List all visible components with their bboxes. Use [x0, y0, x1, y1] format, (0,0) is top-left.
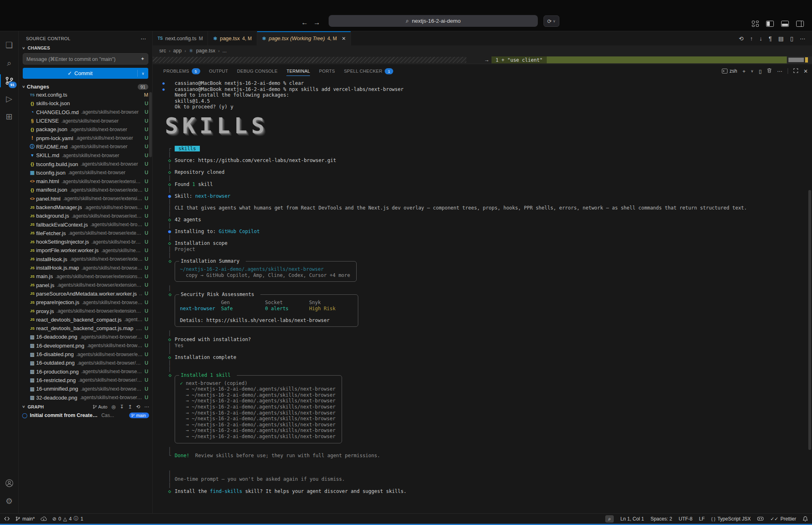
close-panel-icon[interactable]: ✕ — [803, 68, 808, 74]
tab-output[interactable]: OUTPUT — [209, 64, 228, 78]
terminal-link[interactable]: next-browser — [195, 193, 231, 199]
branch-badge[interactable]: main — [129, 413, 149, 418]
tab-page-tsx[interactable]: ⚛ page.tsx 4, M — [208, 31, 257, 45]
source-control-icon[interactable]: 91 — [0, 72, 19, 90]
split-editor-icon[interactable]: ▯ — [790, 35, 793, 42]
file-row[interactable]: ▨16-restricted.png.agents/skills/next-br… — [19, 376, 152, 385]
split-terminal-icon[interactable]: ▯ — [759, 68, 762, 74]
explorer-icon[interactable]: ❏ — [0, 36, 19, 54]
tab-ports[interactable]: PORTS — [319, 64, 335, 78]
file-row[interactable]: ▨32-deadcode.png.agents/skills/next-brow… — [19, 393, 152, 402]
tab-spell-checker[interactable]: SPELL CHECKER 1 — [344, 64, 394, 78]
file-row[interactable]: <>main.html.agents/skills/next-browser/e… — [19, 177, 152, 186]
file-row[interactable]: JSbackendManager.js.agents/skills/next-b… — [19, 203, 152, 212]
file-row[interactable]: ▨16-disabled.png.agents/skills/next-brow… — [19, 350, 152, 359]
toggle-secondary-sidebar-icon[interactable] — [796, 21, 804, 27]
terminal-scrollbar[interactable] — [808, 190, 811, 450]
tab-page-tsx-working-tree[interactable]: ⚛ page.tsx (Working Tree) 4, M ✕ — [257, 31, 351, 45]
panel-more-icon[interactable]: ⋯ — [777, 68, 782, 74]
search-view-icon[interactable]: ⌕ — [0, 54, 19, 72]
file-row[interactable]: JSinstallHook.js.agents/skills/next-brow… — [19, 255, 152, 264]
breadcrumb-src[interactable]: src — [159, 48, 166, 54]
kill-terminal-icon[interactable] — [767, 68, 772, 74]
graph-commit-row[interactable]: ◯ Initial commit from Create Next App Ca… — [19, 411, 152, 419]
commit-button[interactable]: ✓ Commit ∨ — [23, 68, 148, 79]
file-row[interactable]: !pnpm-lock.yaml.agents/skills/next-brows… — [19, 134, 152, 142]
remote-indicator[interactable] — [4, 516, 10, 521]
customize-layout-icon[interactable] — [752, 21, 759, 27]
sparkle-icon[interactable]: ✦ — [141, 56, 145, 62]
terminal-output[interactable]: ● cassiano@MacBook nextjs-16-2-ai-demo %… — [153, 78, 812, 513]
editor-more-icon[interactable]: ⋯ — [800, 35, 806, 42]
cursor-position[interactable]: Ln 1, Col 1 — [620, 516, 644, 522]
file-row[interactable]: JSimportFile.worker.worker.js.agents/ski… — [19, 246, 152, 255]
graph-refresh-icon[interactable]: ⟲ — [136, 404, 140, 410]
toggle-primary-sidebar-icon[interactable] — [766, 21, 774, 27]
formatter-status[interactable]: ✓✓ Prettier — [770, 516, 796, 522]
graph-fetch-icon[interactable]: ↧ — [120, 404, 124, 410]
file-row[interactable]: JSfallbackEvalContext.js.agents/skills/n… — [19, 220, 152, 229]
terminal-link[interactable]: next-browser — [180, 306, 215, 311]
problems-status[interactable]: ⊘ 0 △ 4 ⓘ 1 — [52, 515, 83, 522]
language-mode[interactable]: { } TypeScript JSX — [711, 516, 751, 522]
file-row[interactable]: {}skills-lock.jsonU — [19, 99, 152, 108]
changes-group-header[interactable]: ∨ Changes 91 — [19, 83, 152, 91]
file-row[interactable]: TSnext.config.tsM — [19, 91, 152, 99]
diff-added-line[interactable]: 1 + "use client" — [492, 56, 547, 63]
file-row[interactable]: JShookSettingsInjector.js.agents/skills/… — [19, 238, 152, 246]
close-icon[interactable]: ✕ — [342, 36, 346, 41]
file-row[interactable]: JSmain.js.agents/skills/next-browser/ext… — [19, 272, 152, 281]
extensions-icon[interactable]: ⊞ — [0, 108, 19, 125]
command-center-search[interactable]: ⌕ nextjs-16-2-ai-demo — [329, 15, 538, 27]
graph-target-icon[interactable]: ◎ — [111, 404, 115, 410]
notifications-bell-icon[interactable] — [803, 516, 808, 522]
terminal-link[interactable]: GitHub Copilot — [219, 229, 260, 234]
file-row[interactable]: ▨16-deadcode.png.agents/skills/next-brow… — [19, 333, 152, 341]
file-row[interactable]: JSfileFetcher.js.agents/skills/next-brow… — [19, 229, 152, 238]
file-row[interactable]: JSinstallHook.js.map.agents/skills/next-… — [19, 264, 152, 272]
file-row[interactable]: JSreact_devtools_backend_compact.js.agen… — [19, 315, 152, 324]
nav-forward-icon[interactable]: → — [311, 19, 323, 27]
file-row[interactable]: ▨16-unminified.png.agents/skills/next-br… — [19, 385, 152, 393]
eol-status[interactable]: LF — [699, 516, 705, 522]
graph-more-icon[interactable]: ⋯ — [144, 404, 149, 410]
file-row[interactable]: §LICENSE.agents/skills/next-browserU — [19, 117, 152, 125]
tab-terminal[interactable]: TERMINAL — [286, 64, 310, 78]
toggle-panel-icon[interactable] — [781, 21, 789, 27]
layout-switcher-button[interactable]: ⟳ ∨ — [543, 15, 559, 27]
file-row[interactable]: {}package.json.agents/skills/next-browse… — [19, 125, 152, 134]
sidebar-scrollbar[interactable] — [149, 92, 152, 157]
indentation-status[interactable]: Spaces: 2 — [650, 516, 672, 522]
maximize-panel-icon[interactable] — [793, 68, 798, 74]
tab-next-config[interactable]: TS next.config.ts M — [153, 31, 208, 45]
file-row[interactable]: {}tsconfig.build.json.agents/skills/next… — [19, 160, 152, 168]
tab-problems[interactable]: PROBLEMS 5 — [163, 64, 200, 78]
settings-gear-icon[interactable]: ⚙ — [0, 492, 19, 510]
prev-change-icon[interactable]: ↑ — [750, 35, 753, 42]
file-row[interactable]: JSprepareInjection.js.agents/skills/next… — [19, 298, 152, 307]
whitespace-icon[interactable]: ¶ — [769, 35, 772, 42]
file-row[interactable]: ⓘREADME.md.agents/skills/next-browserU — [19, 143, 152, 151]
file-row[interactable]: ▨16-production.png.agents/skills/next-br… — [19, 367, 152, 376]
file-row[interactable]: ▦tsconfig.json.agents/skills/next-browse… — [19, 169, 152, 177]
encoding-status[interactable]: UTF-8 — [679, 516, 693, 522]
terminal-profile[interactable]: zsh — [722, 68, 737, 74]
file-row[interactable]: JSpanel.js.agents/skills/next-browser/ex… — [19, 281, 152, 290]
breadcrumb-file[interactable]: page.tsx — [196, 48, 215, 54]
run-debug-icon[interactable]: ▷ — [0, 90, 19, 108]
file-row[interactable]: JSreact_devtools_backend_compact.js.map.… — [19, 324, 152, 333]
graph-push-icon[interactable]: ↥ — [128, 404, 132, 410]
terminal-dropdown-icon[interactable]: ∨ — [751, 69, 754, 73]
nav-back-icon[interactable]: ← — [299, 19, 311, 27]
file-row[interactable]: JSproxy.js.agents/skills/next-browser/ex… — [19, 307, 152, 315]
branch-status[interactable]: main* — [15, 516, 35, 522]
terminal-link[interactable]: find-skills — [210, 488, 242, 494]
minimap-icon[interactable]: ▤ — [778, 35, 784, 42]
new-terminal-icon[interactable]: + — [743, 68, 746, 74]
more-actions-icon[interactable]: ⋯ — [141, 35, 147, 42]
file-row[interactable]: JSbackground.js.agents/skills/next-brows… — [19, 212, 152, 220]
sync-changes-button[interactable] — [41, 516, 47, 521]
commit-message-input[interactable]: Message (⌘Enter to commit on "main") ✦ — [23, 53, 148, 65]
file-row[interactable]: {}manifest.json.agents/skills/next-brows… — [19, 186, 152, 194]
file-row[interactable]: JSparseSourceAndMetadata.worker.worker.j… — [19, 290, 152, 298]
